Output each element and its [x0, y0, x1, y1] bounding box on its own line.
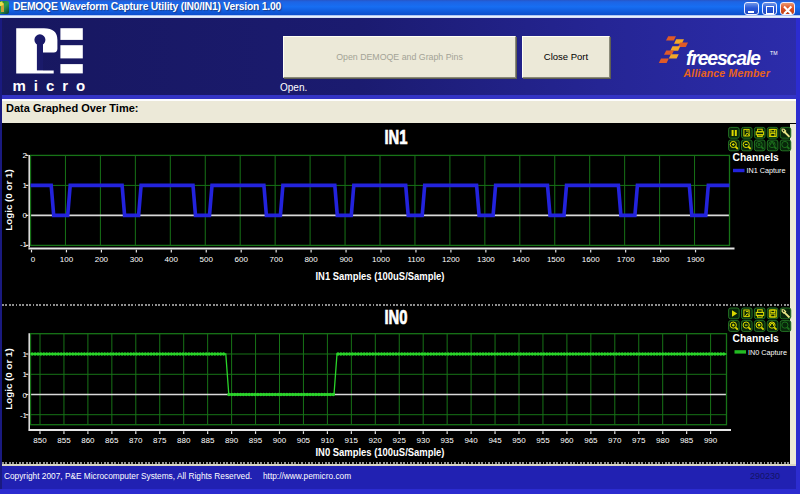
- svg-text:1900: 1900: [687, 255, 705, 264]
- svg-text:IN1: IN1: [384, 126, 407, 149]
- svg-text:930: 930: [417, 436, 431, 445]
- svg-text:1700: 1700: [617, 255, 635, 264]
- svg-text:950: 950: [512, 436, 526, 445]
- svg-text:IN1 Capture: IN1 Capture: [747, 166, 786, 175]
- svg-text:1100: 1100: [407, 255, 425, 264]
- svg-text:2: 2: [23, 151, 28, 160]
- svg-text:500: 500: [200, 255, 214, 264]
- svg-text:1000: 1000: [372, 255, 390, 264]
- svg-text:Channels: Channels: [733, 333, 780, 344]
- svg-text:860: 860: [81, 436, 95, 445]
- svg-text:IN1 Samples (100uS/Sample): IN1 Samples (100uS/Sample): [316, 271, 445, 283]
- svg-text:1300: 1300: [477, 255, 495, 264]
- svg-text:300: 300: [130, 255, 144, 264]
- svg-text:800: 800: [304, 255, 318, 264]
- svg-text:900: 900: [339, 255, 353, 264]
- svg-text:0: 0: [31, 255, 36, 264]
- svg-text:865: 865: [105, 436, 119, 445]
- svg-text:915: 915: [345, 436, 359, 445]
- svg-text:880: 880: [177, 436, 191, 445]
- svg-text:925: 925: [393, 436, 407, 445]
- svg-text:0: 0: [23, 211, 28, 220]
- svg-text:1600: 1600: [582, 255, 600, 264]
- svg-text:Logic (0 or 1): Logic (0 or 1): [3, 348, 14, 410]
- svg-text:920: 920: [369, 436, 383, 445]
- svg-text:905: 905: [297, 436, 311, 445]
- svg-text:700: 700: [270, 255, 284, 264]
- svg-text:985: 985: [680, 436, 694, 445]
- svg-text:-1: -1: [20, 240, 28, 249]
- svg-text:1: 1: [23, 370, 28, 379]
- svg-text:200: 200: [95, 255, 109, 264]
- svg-text:Logic (0 or 1): Logic (0 or 1): [3, 169, 14, 231]
- svg-text:100: 100: [60, 255, 74, 264]
- svg-text:975: 975: [632, 436, 646, 445]
- svg-text:965: 965: [584, 436, 598, 445]
- svg-text:935: 935: [440, 436, 454, 445]
- svg-text:895: 895: [249, 436, 263, 445]
- svg-text:Channels: Channels: [733, 152, 780, 163]
- svg-text:910: 910: [321, 436, 335, 445]
- svg-text:1500: 1500: [547, 255, 565, 264]
- svg-text:IN0 Capture: IN0 Capture: [748, 347, 787, 356]
- svg-text:0: 0: [23, 391, 28, 400]
- svg-text:855: 855: [57, 436, 71, 445]
- svg-text:1: 1: [23, 181, 28, 190]
- svg-text:960: 960: [560, 436, 574, 445]
- svg-text:-1: -1: [20, 411, 28, 420]
- svg-text:600: 600: [235, 255, 249, 264]
- svg-text:890: 890: [225, 436, 239, 445]
- svg-text:980: 980: [656, 436, 670, 445]
- svg-text:970: 970: [608, 436, 622, 445]
- svg-text:1200: 1200: [442, 255, 460, 264]
- svg-text:400: 400: [165, 255, 179, 264]
- svg-text:945: 945: [488, 436, 502, 445]
- svg-text:900: 900: [273, 436, 287, 445]
- svg-text:850: 850: [33, 436, 47, 445]
- svg-text:1800: 1800: [652, 255, 670, 264]
- svg-text:1400: 1400: [512, 255, 530, 264]
- svg-text:955: 955: [536, 436, 550, 445]
- svg-text:IN0 Samples (100uS/Sample): IN0 Samples (100uS/Sample): [316, 446, 445, 458]
- svg-text:990: 990: [704, 436, 718, 445]
- svg-text:870: 870: [129, 436, 143, 445]
- svg-text:940: 940: [464, 436, 478, 445]
- svg-text:875: 875: [153, 436, 167, 445]
- svg-text:IN0: IN0: [384, 306, 407, 329]
- svg-text:885: 885: [201, 436, 215, 445]
- svg-text:1: 1: [23, 350, 28, 359]
